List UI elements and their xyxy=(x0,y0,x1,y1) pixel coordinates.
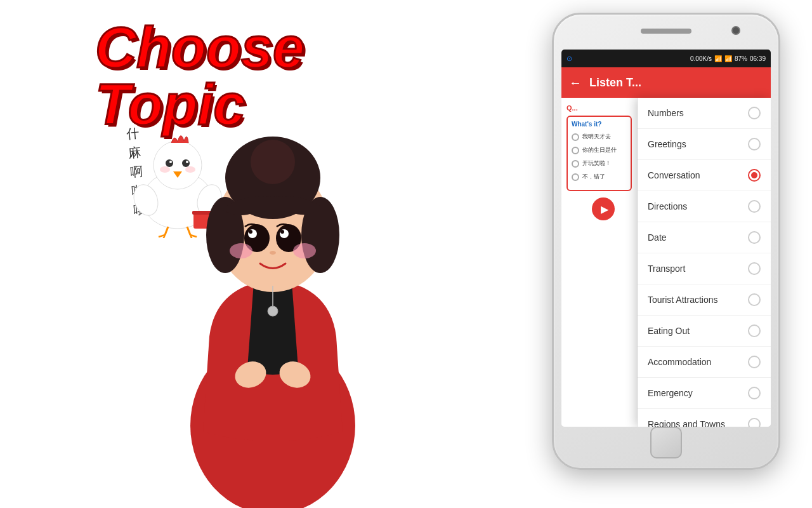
phone-body: ⊙ 0.00K/s 📶 📶 87% 06:39 ← Listen T... Q.… xyxy=(552,13,780,470)
play-button[interactable]: ▶ xyxy=(592,197,615,220)
back-button[interactable]: ← xyxy=(569,76,582,90)
quiz-option-2: 你的生日是什 xyxy=(572,146,627,154)
topic-radio-transport[interactable] xyxy=(748,262,761,275)
signal-icon: 📶 xyxy=(724,55,732,62)
topic-item-directions[interactable]: Directions xyxy=(638,191,771,222)
status-bar: ⊙ 0.00K/s 📶 📶 87% 06:39 xyxy=(561,50,771,67)
topic-label-eating: Eating Out xyxy=(648,326,690,336)
topic-radio-directions[interactable] xyxy=(748,200,761,213)
topic-item-conversation[interactable]: Conversation xyxy=(638,160,771,191)
svg-point-34 xyxy=(270,251,276,255)
topic-label-conversation: Conversation xyxy=(648,170,700,180)
network-speed: 0.00K/s xyxy=(690,55,712,62)
battery-indicator: 87% xyxy=(735,55,747,62)
topics-dropdown[interactable]: Numbers Greetings Conversation xyxy=(638,98,771,427)
topic-radio-tourist[interactable] xyxy=(748,293,761,306)
phone-screen: ⊙ 0.00K/s 📶 📶 87% 06:39 ← Listen T... Q.… xyxy=(561,50,771,427)
play-icon: ▶ xyxy=(601,203,608,215)
time-display: 06:39 xyxy=(750,55,766,62)
topic-item-tourist[interactable]: Tourist Attractions xyxy=(638,284,771,316)
phone-home-button[interactable] xyxy=(650,427,682,458)
topic-radio-eating[interactable] xyxy=(748,324,761,337)
quiz-label: Q... xyxy=(566,104,632,112)
left-section: Choose Topic 什麻啊咖哦 xyxy=(0,0,419,508)
svg-point-30 xyxy=(249,230,252,234)
svg-point-37 xyxy=(268,306,278,316)
girl-character xyxy=(140,95,406,508)
topic-radio-numbers[interactable] xyxy=(748,107,761,119)
svg-point-23 xyxy=(251,140,295,184)
app-bar: ← Listen T... xyxy=(561,67,771,98)
topic-radio-emergency[interactable] xyxy=(748,387,761,399)
title-line1: Choose xyxy=(95,16,304,79)
quiz-option-text-4: 不，错了 xyxy=(582,173,605,181)
topic-label-tourist: Tourist Attractions xyxy=(648,295,718,305)
topic-item-accommodation[interactable]: Accommodation xyxy=(638,347,771,378)
messenger-icon: ⊙ xyxy=(566,55,572,63)
svg-point-32 xyxy=(230,243,252,258)
svg-point-33 xyxy=(293,243,316,258)
phone-container: ⊙ 0.00K/s 📶 📶 87% 06:39 ← Listen T... Q.… xyxy=(546,13,787,495)
topic-item-transport[interactable]: Transport xyxy=(638,253,771,284)
topic-label-emergency: Emergency xyxy=(648,388,693,398)
quiz-option-text-3: 开玩笑啦！ xyxy=(582,159,611,168)
phone-camera xyxy=(731,26,740,35)
quiz-option-text-2: 你的生日是什 xyxy=(582,146,617,154)
quiz-radio-3[interactable] xyxy=(572,160,579,168)
topic-item-eating[interactable]: Eating Out xyxy=(638,316,771,347)
topic-label-regions: Regions and Towns xyxy=(648,419,725,427)
quiz-radio-2[interactable] xyxy=(572,147,579,154)
quiz-option-4: 不，错了 xyxy=(572,173,627,181)
topic-label-accommodation: Accommodation xyxy=(648,357,711,367)
wifi-icon: 📶 xyxy=(714,55,722,62)
topic-radio-conversation[interactable] xyxy=(748,169,761,182)
quiz-option-1: 我明天才去 xyxy=(572,133,627,141)
app-title: Listen T... xyxy=(589,76,763,90)
topic-item-date[interactable]: Date xyxy=(638,222,771,253)
topic-radio-date[interactable] xyxy=(748,231,761,244)
topic-label-date: Date xyxy=(648,232,667,243)
quiz-radio-1[interactable] xyxy=(572,133,579,141)
topic-item-regions[interactable]: Regions and Towns xyxy=(638,409,771,427)
quiz-option-3: 开玩笑啦！ xyxy=(572,159,627,168)
radio-inner-selected xyxy=(751,172,757,178)
quiz-radio-4[interactable] xyxy=(572,173,579,181)
topic-item-numbers[interactable]: Numbers xyxy=(638,98,771,129)
svg-point-31 xyxy=(280,230,284,234)
topic-item-greetings[interactable]: Greetings xyxy=(638,129,771,160)
topic-label-transport: Transport xyxy=(648,264,685,274)
quiz-panel: Q... What's it? 我明天才去 你的生日是什 xyxy=(561,98,638,427)
topic-radio-accommodation[interactable] xyxy=(748,356,761,368)
quiz-option-text-1: 我明天才去 xyxy=(582,133,611,141)
topic-label-numbers: Numbers xyxy=(648,108,684,118)
topic-label-greetings: Greetings xyxy=(648,139,686,149)
phone-speaker xyxy=(641,29,691,34)
screen-content: Q... What's it? 我明天才去 你的生日是什 xyxy=(561,98,771,427)
quiz-question: What's it? xyxy=(572,121,627,128)
topic-label-directions: Directions xyxy=(648,201,687,211)
topic-item-emergency[interactable]: Emergency xyxy=(638,378,771,409)
topic-radio-regions[interactable] xyxy=(748,418,761,427)
topic-radio-greetings[interactable] xyxy=(748,138,761,150)
